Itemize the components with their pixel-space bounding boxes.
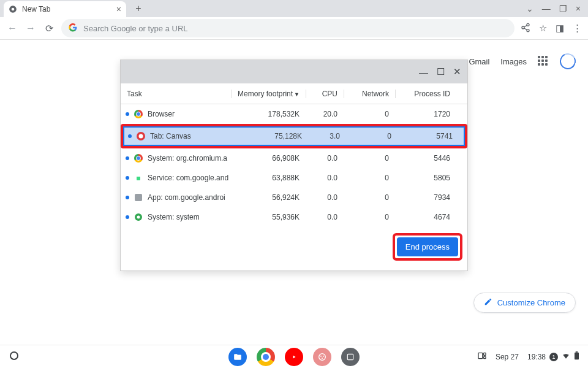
reload-button[interactable]: ⟳: [43, 23, 55, 34]
task-memory: 75,128K: [233, 132, 308, 140]
google-header-links: Gmail Images: [469, 53, 576, 69]
svg-point-2: [527, 23, 529, 26]
task-network: 0: [346, 132, 398, 140]
maximize-icon[interactable]: ❐: [559, 4, 567, 13]
shelf-date: Sep 27: [496, 353, 519, 361]
close-window-icon[interactable]: ×: [576, 4, 581, 13]
menu-icon[interactable]: ⋮: [573, 23, 582, 34]
bullet-icon: [126, 196, 129, 199]
task-pid: 7934: [395, 193, 456, 202]
task-cpu: 0.0: [306, 174, 344, 182]
task-cpu: 20.0: [306, 110, 344, 118]
notification-badge[interactable]: 1: [549, 353, 558, 361]
task-pid: 5805: [395, 174, 456, 182]
task-cpu: 0.0: [306, 213, 344, 221]
shelf-apps: [228, 348, 360, 366]
task-row[interactable]: Tab: Canvas 75,128K 3.0 0 5741: [123, 126, 465, 146]
shelf: Sep 27 19:38 1: [0, 345, 588, 368]
google-apps-icon[interactable]: [538, 56, 549, 67]
svg-marker-12: [293, 355, 296, 358]
bookmark-icon[interactable]: ☆: [539, 23, 547, 34]
browser-tab[interactable]: New Tab ×: [4, 1, 126, 17]
google-g-icon: [69, 23, 77, 34]
svg-point-13: [319, 353, 326, 360]
launcher-icon[interactable]: [10, 351, 18, 360]
battery-icon: [574, 351, 579, 362]
app-icon: [134, 193, 143, 202]
task-memory: 66,908K: [231, 154, 306, 163]
toolbar: ← → ⟳ Search Google or type a URL ☆ ◨ ⋮: [0, 17, 588, 39]
column-network[interactable]: Network: [344, 90, 395, 98]
bullet-icon: [128, 134, 132, 138]
task-pid: 1720: [395, 110, 456, 118]
bullet-icon: [126, 215, 129, 219]
minimize-icon[interactable]: —: [542, 4, 551, 13]
column-cpu[interactable]: CPU: [306, 90, 344, 98]
svg-point-8: [139, 134, 143, 139]
svg-point-14: [320, 355, 322, 356]
task-manager-window: — ☐ ✕ Task Memory footprint▼ CPU Network…: [120, 59, 468, 271]
task-row[interactable]: Browser 178,532K 20.0 0 1720: [121, 104, 467, 124]
column-pid[interactable]: Process ID: [395, 90, 456, 98]
canvas-icon: [137, 132, 145, 140]
task-memory: 63,888K: [231, 174, 306, 182]
system-tray[interactable]: Sep 27 19:38 1: [477, 351, 588, 362]
new-tab-button[interactable]: +: [131, 1, 146, 16]
close-tab-icon[interactable]: ×: [116, 4, 121, 14]
android-icon: [134, 174, 143, 182]
task-row[interactable]: System: org.chromium.a 66,908K 0.0 0 544…: [121, 148, 467, 168]
terminal-app-icon[interactable]: [341, 348, 360, 366]
task-manager-header: Task Memory footprint▼ CPU Network Proce…: [121, 83, 467, 104]
svg-line-5: [524, 25, 527, 27]
customize-label: Customize Chrome: [497, 298, 565, 307]
task-manager-titlebar[interactable]: — ☐ ✕: [121, 60, 467, 83]
task-row[interactable]: System: system 55,936K 0.0 0 4674: [121, 207, 467, 227]
task-name: Browser: [148, 110, 175, 118]
task-row[interactable]: Service: com.google.and 63,888K 0.0 0 58…: [121, 168, 467, 188]
back-button[interactable]: ←: [6, 23, 18, 34]
bullet-icon: [126, 112, 129, 116]
column-task[interactable]: Task: [121, 90, 231, 98]
overview-icon[interactable]: [477, 351, 487, 362]
omnibox[interactable]: Search Google or type a URL: [61, 19, 514, 37]
maximize-icon[interactable]: ☐: [437, 66, 445, 77]
gmail-link[interactable]: Gmail: [469, 57, 489, 66]
bullet-icon: [126, 176, 129, 180]
canvas-app-icon[interactable]: [313, 348, 331, 366]
svg-rect-18: [478, 353, 483, 358]
svg-rect-21: [575, 353, 579, 359]
task-network: 0: [344, 193, 395, 202]
files-app-icon[interactable]: [228, 348, 247, 366]
end-process-button[interactable]: End process: [397, 237, 458, 256]
task-network: 0: [344, 110, 395, 118]
svg-line-6: [524, 28, 527, 30]
youtube-music-icon[interactable]: [285, 348, 303, 366]
svg-rect-19: [484, 353, 486, 355]
svg-rect-17: [347, 354, 353, 359]
task-cpu: 0.0: [306, 193, 344, 202]
system-icon: [134, 213, 143, 221]
chrome-icon: [134, 154, 143, 163]
share-icon[interactable]: [521, 23, 530, 34]
svg-point-4: [527, 29, 529, 31]
images-link[interactable]: Images: [500, 57, 527, 66]
close-icon[interactable]: ✕: [453, 66, 461, 77]
task-network: 0: [344, 174, 395, 182]
svg-point-3: [522, 26, 524, 29]
task-memory: 178,532K: [231, 110, 306, 118]
task-manager-body: Browser 178,532K 20.0 0 1720 Tab: Canvas…: [121, 104, 467, 227]
account-avatar[interactable]: [557, 51, 578, 71]
chrome-app-icon[interactable]: [257, 348, 275, 366]
side-panel-icon[interactable]: ◨: [556, 23, 564, 34]
caret-down-icon[interactable]: ⌄: [526, 4, 533, 13]
task-row[interactable]: App: com.google.androi 56,924K 0.0 0 793…: [121, 188, 467, 207]
forward-button[interactable]: →: [24, 23, 37, 34]
svg-rect-9: [135, 194, 142, 201]
chrome-favicon-icon: [9, 5, 17, 13]
column-memory[interactable]: Memory footprint▼: [231, 90, 306, 98]
task-name: System: org.chromium.a: [148, 154, 227, 163]
highlighted-button-annotation: End process: [393, 233, 462, 261]
minimize-icon[interactable]: —: [419, 67, 428, 77]
page-content: Gmail Images — ☐ ✕ Task Memory footprint…: [0, 39, 588, 345]
customize-chrome-button[interactable]: Customize Chrome: [473, 293, 576, 313]
